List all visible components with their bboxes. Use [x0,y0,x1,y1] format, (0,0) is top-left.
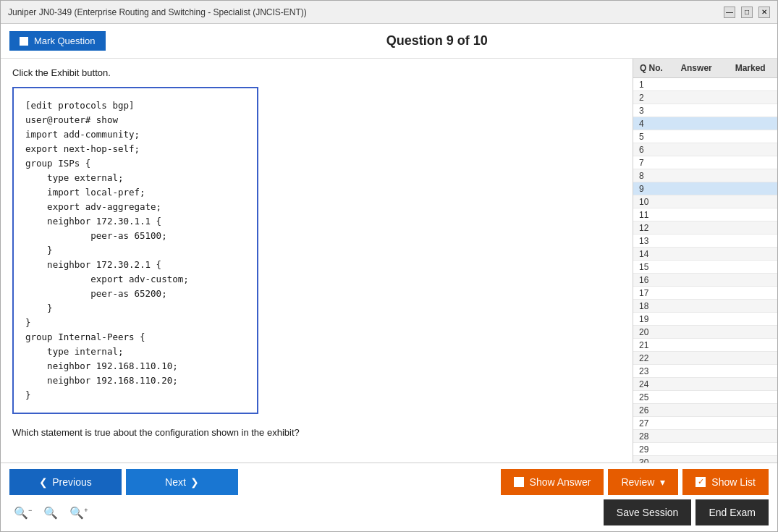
sidebar-header: Q No. Answer Marked [633,59,777,78]
q-number: 10 [633,197,669,207]
q-number: 9 [633,184,669,194]
q-number: 2 [633,93,669,103]
q-number: 30 [633,457,669,463]
q-number: 18 [633,301,669,311]
table-row[interactable]: 21 [633,339,777,352]
q-number: 24 [633,379,669,389]
table-row[interactable]: 4 [633,117,777,130]
minimize-button[interactable]: — [724,7,735,18]
q-number: 4 [633,119,669,129]
q-number: 14 [633,249,669,259]
maximize-button[interactable]: □ [741,7,753,18]
table-row[interactable]: 6 [633,143,777,156]
save-session-button[interactable]: Save Session [604,499,692,525]
title-bar: Juniper JN0-349 (Enterprise Routing and … [1,1,777,24]
q-number: 17 [633,288,669,298]
q-number: 27 [633,418,669,428]
table-row[interactable]: 12 [633,221,777,235]
table-row[interactable]: 7 [633,156,777,169]
table-row[interactable]: 20 [633,326,777,339]
table-row[interactable]: 1 [633,78,777,91]
table-row[interactable]: 22 [633,352,777,365]
question-text: Which statement is true about the config… [12,427,621,438]
main-window: Juniper JN0-349 (Enterprise Routing and … [0,0,778,532]
show-list-checkbox-icon [695,477,706,487]
q-number: 13 [633,236,669,246]
question-list[interactable]: 1 2 3 4 5 6 7 8 [633,78,777,463]
col-header-qno: Q No. [633,62,669,75]
zoom-in-button[interactable]: 🔍+ [65,504,92,521]
toolbar: Mark Question Question 9 of 10 [1,24,777,59]
mark-question-button[interactable]: Mark Question [9,31,106,51]
main-content: Click the Exhibit button. [edit protocol… [1,59,777,463]
q-number: 7 [633,158,669,168]
table-row[interactable]: 19 [633,313,777,326]
q-number: 16 [633,275,669,285]
close-button[interactable]: ✕ [758,7,770,18]
table-row[interactable]: 18 [633,300,777,313]
table-row[interactable]: 26 [633,404,777,417]
table-row[interactable]: 8 [633,169,777,182]
flag-icon [20,37,28,46]
table-row[interactable]: 5 [633,130,777,143]
table-row[interactable]: 10 [633,195,777,208]
button-row-2: 🔍− 🔍 🔍+ Save Session End Exam [9,499,769,525]
review-button[interactable]: Review ▾ [608,469,678,495]
zoom-out-button[interactable]: 🔍− [9,504,36,521]
table-row[interactable]: 2 [633,91,777,104]
arrow-left-icon [39,476,48,488]
table-row[interactable]: 15 [633,261,777,274]
q-number: 11 [633,210,669,220]
table-row[interactable]: 14 [633,248,777,261]
table-row[interactable]: 3 [633,104,777,117]
q-number: 3 [633,106,669,116]
table-row[interactable]: 23 [633,365,777,378]
q-number: 8 [633,171,669,181]
right-panel: Q No. Answer Marked 1 2 3 4 5 6 [633,59,777,463]
show-list-button[interactable]: Show List [682,469,769,495]
q-number: 28 [633,431,669,442]
end-exam-button[interactable]: End Exam [695,499,769,525]
q-number: 6 [633,145,669,155]
show-answer-checkbox-icon [514,477,524,487]
previous-button[interactable]: Previous [9,469,122,495]
window-title: Juniper JN0-349 (Enterprise Routing and … [8,7,307,17]
table-row[interactable]: 11 [633,208,777,221]
table-row[interactable]: 17 [633,287,777,300]
col-header-ans: Answer [669,62,724,75]
button-row-1: Previous Next Show Answer Review ▾ Show … [9,469,769,495]
left-panel: Click the Exhibit button. [edit protocol… [1,59,633,463]
instruction-text: Click the Exhibit button. [12,67,621,78]
q-number: 26 [633,405,669,415]
window-controls: — □ ✕ [724,7,770,18]
col-header-marked: Marked [723,62,777,75]
q-number: 21 [633,340,669,350]
table-row[interactable]: 27 [633,417,777,430]
zoom-controls: 🔍− 🔍 🔍+ [9,504,93,521]
show-answer-button[interactable]: Show Answer [501,469,604,495]
table-row[interactable]: 24 [633,378,777,391]
zoom-reset-button[interactable]: 🔍 [39,504,62,521]
table-row[interactable]: 25 [633,391,777,404]
q-number: 25 [633,392,669,402]
question-counter: Question 9 of 10 [106,33,769,48]
q-number: 29 [633,444,669,455]
q-number: 19 [633,314,669,324]
bottom-bar: Previous Next Show Answer Review ▾ Show … [1,463,777,531]
table-row[interactable]: 28 [633,430,777,443]
table-row[interactable]: 16 [633,274,777,287]
exhibit-code: [edit protocols bgp] user@router# show i… [25,98,245,402]
exhibit-code-box: [edit protocols bgp] user@router# show i… [12,87,258,414]
q-number: 5 [633,132,669,142]
q-number: 23 [633,366,669,376]
next-button[interactable]: Next [126,469,238,495]
table-row[interactable]: 30 [633,456,777,463]
q-number: 20 [633,327,669,337]
table-row[interactable]: 9 [633,182,777,195]
q-number: 15 [633,262,669,272]
table-row[interactable]: 29 [633,443,777,456]
table-row[interactable]: 13 [633,235,777,248]
q-number: 1 [633,80,669,90]
arrow-right-icon [190,476,199,488]
q-number: 12 [633,223,669,233]
